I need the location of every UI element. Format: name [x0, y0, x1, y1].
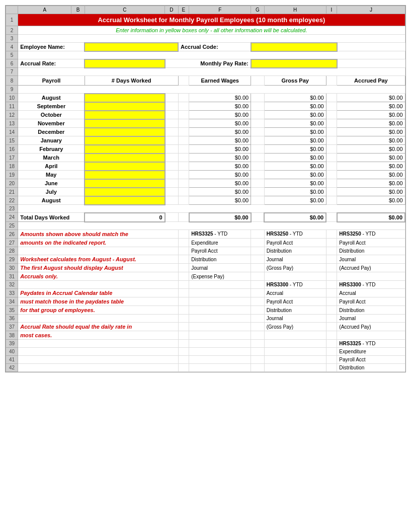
row-34-num: 34: [6, 297, 18, 306]
month-november: November: [18, 119, 85, 128]
row-19-may: 19 May $0.00 $0.00 $0.00: [6, 171, 405, 179]
row-8-num: 8: [6, 76, 18, 86]
row-29-num: 29: [6, 255, 18, 264]
days-november-input[interactable]: [85, 119, 165, 128]
month-august-2: August: [18, 196, 85, 205]
monthly-pay-rate-input[interactable]: [251, 59, 337, 68]
days-march-input[interactable]: [85, 154, 165, 162]
col-d-header: D: [165, 6, 179, 14]
row-36: 36 Journal Journal: [6, 315, 405, 323]
row-40-num: 40: [6, 348, 18, 356]
employee-name-label: Employee Name:: [18, 43, 85, 51]
report-h-r1-line2: Payroll Acct: [264, 239, 326, 247]
row-40: 40 Expenditure: [6, 348, 405, 356]
row-42: 42 Distribution: [6, 364, 405, 372]
monthly-pay-rate-label: Monthly Pay Rate:: [165, 59, 251, 68]
row-29-notes: 29 Worksheet calculates from August - Au…: [6, 255, 405, 264]
row-13-november: 13 November $0.00 $0.00 $0.00: [6, 119, 405, 128]
row-26-num: 26: [6, 230, 18, 239]
row-3-num: 3: [6, 35, 18, 43]
month-august-1: August: [18, 94, 85, 102]
row-21-july: 21 July $0.00 $0.00 $0.00: [6, 188, 405, 196]
subtitle-cell: Enter information in yellow boxes only -…: [18, 26, 405, 35]
report-f-r1-line2: Expenditure: [189, 239, 251, 247]
row-39: 39 HRS3325 - YTD: [6, 340, 405, 348]
row-5-empty: [18, 51, 405, 59]
accrued-september: $0.00: [337, 102, 405, 111]
row-12-num: 12: [6, 111, 18, 119]
row-33-notes: 33 Paydates in Accrual Calendar table Ac…: [6, 289, 405, 297]
row-17-march: 17 March $0.00 $0.00 $0.00: [6, 154, 405, 162]
days-july-input[interactable]: [85, 188, 165, 196]
row-32-empty: [18, 281, 178, 289]
report-h-r2-line4: Distribution: [264, 306, 326, 315]
earned-january: $0.00: [189, 136, 251, 145]
accrual-rate-input[interactable]: [85, 59, 165, 68]
employee-name-input[interactable]: [85, 43, 178, 51]
col-c-header: C: [85, 6, 165, 14]
days-august-1-input[interactable]: [85, 94, 165, 102]
row-22-august2: 22 August $0.00 $0.00 $0.00: [6, 196, 405, 205]
report-j-r1-line1: HRS3250 - YTD: [337, 230, 405, 239]
row-36-empty: [18, 315, 178, 323]
report-h-r2-line5: Journal: [264, 315, 326, 323]
total-days-value: 0: [85, 213, 165, 222]
days-october-input[interactable]: [85, 111, 165, 119]
earned-december: $0.00: [189, 128, 251, 136]
row-16-february: 16 February $0.00 $0.00 $0.00: [6, 145, 405, 154]
accrued-december: $0.00: [337, 128, 405, 136]
corner-cell: [6, 6, 18, 14]
row-36-num: 36: [6, 315, 18, 323]
row-41-num: 41: [6, 356, 18, 364]
row-30-notes: 30 The first August should display Augus…: [6, 264, 405, 272]
row-15-january: 15 January $0.00 $0.00 $0.00: [6, 136, 405, 145]
row-7-empty: [18, 68, 405, 76]
row-3-empty: [18, 35, 405, 43]
row-3: 3: [6, 35, 405, 43]
earned-august-1: $0.00: [189, 94, 251, 102]
earned-august-2: $0.00: [189, 196, 251, 205]
row-28-empty: [18, 247, 178, 255]
col-h-header: H: [264, 6, 326, 14]
earned-october: $0.00: [189, 111, 251, 119]
report-f-r1-line3: Payroll Acct: [189, 247, 251, 255]
report-h-r2-line3: Payroll Acct: [264, 297, 326, 306]
row-24-total: 24 Total Days Worked 0 $0.00 $0.00 $0.00: [6, 213, 405, 222]
accrual-code-input[interactable]: [251, 43, 337, 51]
days-april-input[interactable]: [85, 162, 165, 171]
days-june-input[interactable]: [85, 179, 165, 188]
days-may-input[interactable]: [85, 171, 165, 179]
days-december-input[interactable]: [85, 128, 165, 136]
col-e-header: E: [178, 6, 189, 14]
report-f-r1-line6: (Expense Pay): [189, 272, 251, 281]
report-h-r1-line5: (Gross Pay): [264, 264, 326, 272]
row-8-headers: 8 Payroll # Days Worked Earned Wages Gro…: [6, 76, 405, 86]
month-april: April: [18, 162, 85, 171]
row-32: 32 HRS3300 - YTD HRS3300 - YTD: [6, 281, 405, 289]
col-header-row: A B C D E F G H I J: [6, 6, 405, 14]
total-earned-value: $0.00: [189, 213, 251, 222]
month-may: May: [18, 171, 85, 179]
month-january: January: [18, 136, 85, 145]
row-7-num: 7: [6, 68, 18, 76]
days-january-input[interactable]: [85, 136, 165, 145]
row-31-num: 31: [6, 272, 18, 281]
days-august-2-input[interactable]: [85, 196, 165, 205]
header-payroll: Payroll: [18, 76, 85, 86]
col-a-header: A: [18, 6, 71, 14]
row-39-empty: [18, 340, 178, 348]
note-line-9: Accrual Rate should equal the daily rate…: [18, 323, 178, 331]
row-25-num: 25: [6, 222, 18, 230]
row-37-num: 37: [6, 323, 18, 331]
days-february-input[interactable]: [85, 145, 165, 154]
total-accrued-value: $0.00: [337, 213, 405, 222]
row-5: 5: [6, 51, 405, 59]
row-42-empty: [18, 364, 178, 372]
row-22-num: 22: [6, 196, 18, 205]
note-line-4: The first August should display August: [18, 264, 178, 272]
month-february: February: [18, 145, 85, 154]
report-j-r2-line1: HRS3300 - YTD: [337, 281, 405, 289]
row-38-notes: 38 most cases.: [6, 331, 405, 340]
report-j-r2-line2: Accrual: [337, 289, 405, 297]
days-september-input[interactable]: [85, 102, 165, 111]
